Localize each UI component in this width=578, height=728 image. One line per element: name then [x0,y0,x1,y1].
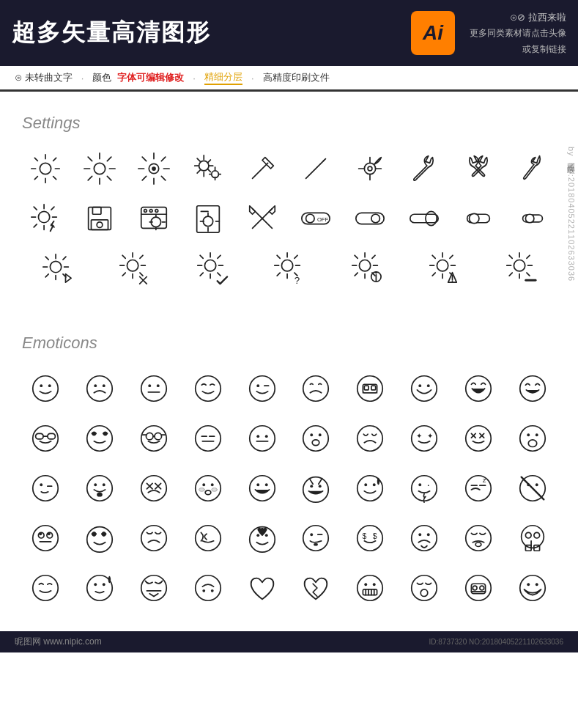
subtitle-item-5: 高精度印刷文件 [263,71,330,84]
svg-point-127 [141,476,166,501]
icon-eye [347,147,393,190]
svg-point-194 [195,576,221,601]
svg-point-140 [264,483,267,486]
svg-text:ON: ON [360,216,368,223]
icon-angry [130,517,177,559]
svg-point-163 [48,532,51,535]
icon-gear-info [331,247,401,290]
svg-point-212 [520,576,546,601]
svg-point-27 [203,216,212,226]
svg-point-99 [249,426,275,452]
settings-row-3: ? [22,247,556,290]
svg-point-170 [303,526,329,551]
svg-point-168 [256,534,259,537]
svg-point-178 [419,533,422,536]
svg-point-102 [264,435,267,438]
icon-sleeping: z [455,467,502,510]
svg-text:OFF: OFF [317,216,329,223]
svg-point-23 [149,210,152,213]
svg-point-146 [373,483,376,486]
icon-flushed [185,467,231,510]
svg-point-88 [87,426,113,452]
svg-point-53 [375,271,377,273]
icon-skull [509,517,556,559]
svg-rect-77 [371,386,376,390]
svg-point-162 [39,532,42,535]
svg-point-63 [94,384,97,387]
icon-sad [76,367,123,410]
subtitle-item-2: 颜色 [92,71,111,84]
icon-toggle-on: ON [347,197,393,240]
icon-cool [22,417,69,460]
ai-logo: Ai [411,11,455,55]
nipic-logo-text: 昵图网 www.nipic.com [15,636,102,648]
svg-point-81 [427,384,430,387]
svg-point-89 [141,426,166,452]
svg-point-101 [256,435,259,438]
watermark-right: by拉西来啦 No:20180405221102633036 [566,147,577,282]
svg-point-204 [373,583,376,586]
icon-expressionless [239,417,286,460]
icon-gear-1 [22,147,69,190]
icon-worried [293,367,340,410]
icon-robot [347,367,393,410]
icon-astonished [401,567,448,609]
settings-row-2: OFF ON [22,197,556,240]
svg-point-124 [94,483,97,486]
svg-point-118 [527,433,530,436]
svg-point-171 [311,533,314,536]
icon-happy-squint [185,367,231,410]
svg-point-120 [33,476,59,501]
svg-point-195 [202,589,205,592]
icon-grinning-squint [509,367,556,410]
subtitle-item-3: 字体可编辑修改 [117,71,184,84]
svg-point-105 [311,433,314,436]
svg-point-61 [48,384,51,387]
svg-point-95 [195,426,221,452]
emoticons-row-2: ✦✦ [22,417,556,460]
svg-point-62 [87,376,113,402]
icon-surprised [293,417,340,460]
icon-robot-2 [455,567,502,609]
icon-grimace [347,567,393,609]
subtitle-bar: ⊙ 未转曲文字 · 颜色 字体可编辑修改 · 精细分层 · 高精度印刷文件 [0,66,578,92]
svg-point-83 [520,376,546,402]
svg-point-165 [141,526,166,551]
icon-gear-minus [486,247,556,290]
svg-point-90 [146,433,153,440]
icon-wink-tongue [293,517,340,559]
icon-wrench-2 [509,147,556,190]
svg-point-197 [357,576,383,601]
icon-love-eyes [76,417,123,460]
emoticons-row-3: z [22,467,556,510]
right-top-text: ⊙⊘ 拉西来啦 [510,9,566,26]
svg-point-174 [357,526,383,551]
svg-point-139 [256,483,259,486]
icon-tongue [76,467,123,510]
bottom-bar: 昵图网 www.nipic.com ID:8737320 NO:20180405… [0,631,578,652]
icon-crossed-tools [239,197,286,240]
sep2: · [193,73,196,84]
icon-gear-3 [130,147,177,190]
icon-drooling [401,467,448,510]
icon-money: $$ [347,517,393,559]
svg-point-24 [155,210,158,213]
svg-point-108 [412,426,437,452]
icon-smirk [22,467,69,510]
icon-grin-big [239,467,286,510]
settings-label: Settings [22,114,556,133]
icon-disappointed [347,417,393,460]
svg-point-134 [211,488,217,492]
svg-point-185 [525,532,531,538]
icon-big-grin [401,367,448,410]
svg-rect-85 [36,433,44,439]
icon-wrench [401,147,448,190]
svg-point-136 [210,483,213,486]
svg-point-19 [97,222,103,228]
icon-nauseated [401,517,448,559]
svg-point-169 [264,534,267,537]
sep1: · [81,73,84,84]
svg-point-3 [152,166,156,171]
svg-point-214 [536,583,538,586]
icon-sweat-smile [347,467,393,510]
